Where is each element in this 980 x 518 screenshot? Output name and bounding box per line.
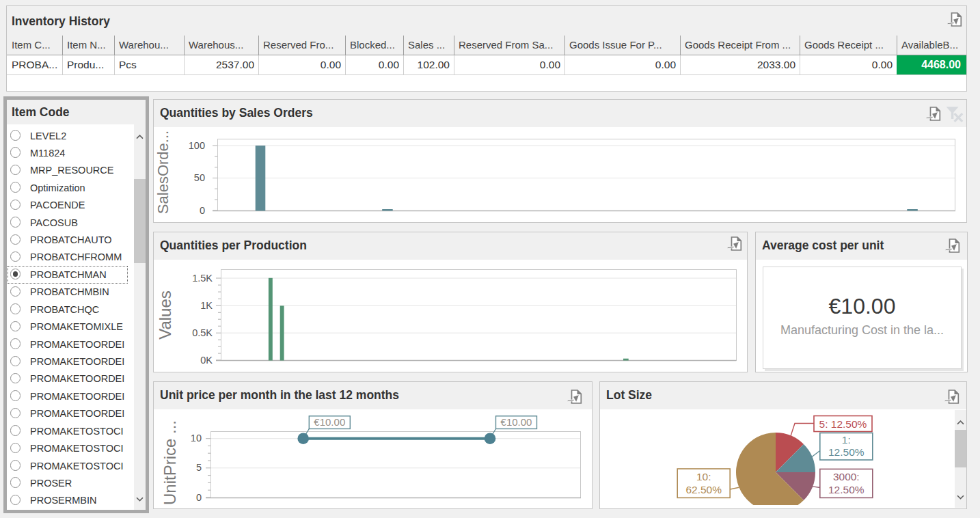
svg-text:€10.00: €10.00 [501,416,532,428]
svg-text:0K: 0K [200,355,213,366]
svg-text:100: 100 [189,140,205,151]
svg-text:1K: 1K [200,300,213,311]
svg-text:12.50%: 12.50% [828,484,865,495]
svg-text:12.50%: 12.50% [828,446,865,458]
svg-text:€10.00: €10.00 [314,416,345,428]
svg-text:0: 0 [200,205,205,216]
svg-text:Values: Values [156,290,174,340]
svg-text:UnitPrice ...: UnitPrice ... [161,420,179,505]
svg-text:3000:: 3000: [833,471,860,482]
svg-text:5: 5 [196,462,202,473]
svg-text:0.5K: 0.5K [192,327,213,338]
svg-text:5: 12.50%: 5: 12.50% [819,418,867,430]
svg-text:1:: 1: [842,434,851,446]
svg-text:50: 50 [194,172,205,183]
svg-text:1.5K: 1.5K [192,273,213,284]
svg-text:10:: 10: [696,471,711,482]
svg-text:0: 0 [196,492,202,503]
svg-text:SalesOrde...: SalesOrde... [154,131,172,214]
svg-text:10: 10 [191,433,202,444]
svg-text:62.50%: 62.50% [685,484,722,495]
